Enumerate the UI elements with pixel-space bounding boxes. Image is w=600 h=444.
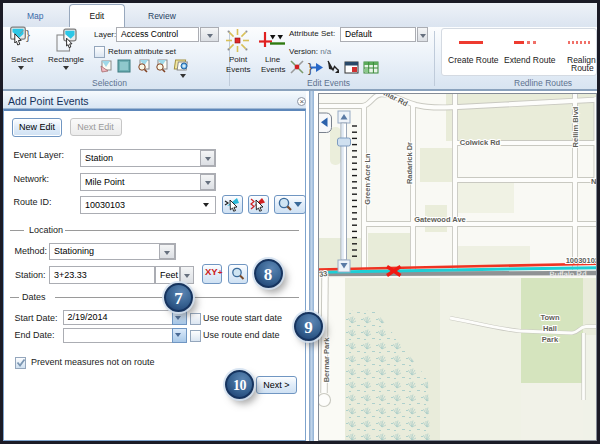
svg-text:Town: Town [540,313,559,322]
svg-text:N: N [591,177,596,186]
svg-text:Radarick Dr: Radarick Dr [405,142,414,184]
svg-text:Buffalo Rd: Buffalo Rd [549,270,586,280]
svg-text:10030103: 10030103 [566,256,597,265]
svg-text:+33: +33 [318,269,328,280]
svg-text:Bermar Park: Bermar Park [322,337,331,382]
svg-text:Hall: Hall [543,324,557,333]
svg-text:}: } [26,28,30,42]
svg-text:Green Acre Ln: Green Acre Ln [363,153,372,205]
svg-text:Colwick Rd: Colwick Rd [460,138,501,147]
svg-text:Gatewood Ave: Gatewood Ave [414,215,466,224]
svg-text:Park: Park [542,335,559,344]
svg-text:Rellim Blvd: Rellim Blvd [571,106,580,147]
